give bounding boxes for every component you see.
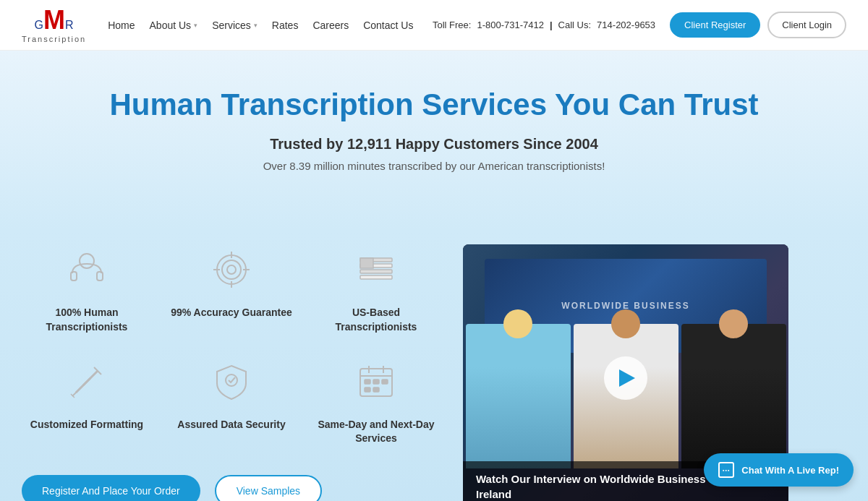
svg-point-4 <box>222 260 241 279</box>
hero-subtitle: Trusted by 12,911 Happy Customers Since … <box>22 136 846 153</box>
svg-point-0 <box>80 254 94 268</box>
header-buttons: Client Register Client Login <box>670 12 846 38</box>
feature-human: 100% Human Transcriptionists <box>22 244 152 334</box>
nav-rates[interactable]: Rates <box>272 16 299 35</box>
hero-description: Over 8.39 million minutes transcribed by… <box>22 160 846 172</box>
feature-sameday-label: Same-Day and Next-Day Services <box>311 418 441 446</box>
nav-about[interactable]: About Us ▾ <box>150 16 198 35</box>
feature-human-label: 100% Human Transcriptionists <box>22 306 152 334</box>
features-left: 100% Human Transcriptionists <box>22 244 441 501</box>
toll-free-number[interactable]: 1-800-731-7412 <box>477 20 544 30</box>
view-samples-button[interactable]: View Samples <box>215 475 322 501</box>
logo-g: G <box>35 19 43 31</box>
chat-label: Chat With A Live Rep! <box>741 465 839 476</box>
feature-security-label: Assured Data Security <box>177 418 285 432</box>
feature-us-label: US-Based Transcriptionists <box>311 306 441 334</box>
call-us-label: Call Us: <box>558 20 592 30</box>
hero-title: Human Transcription Services You Can Tru… <box>22 87 846 123</box>
nav-contact[interactable]: Contact Us <box>363 16 413 35</box>
logo[interactable]: GMR Transcription <box>22 7 86 43</box>
play-button[interactable] <box>604 356 647 400</box>
svg-rect-14 <box>360 258 373 268</box>
svg-rect-26 <box>365 380 370 384</box>
toll-free-label: Toll Free: <box>433 20 471 30</box>
feature-accuracy: 99% Accuracy Guarantee <box>166 244 297 334</box>
services-chevron-icon: ▾ <box>254 22 258 29</box>
svg-rect-29 <box>365 387 370 392</box>
feature-security: Assured Data Security <box>166 356 297 446</box>
nav-careers[interactable]: Careers <box>312 16 349 35</box>
feature-accuracy-label: 99% Accuracy Guarantee <box>171 306 292 320</box>
feature-formatting-label: Customized Formatting <box>30 418 143 432</box>
person-left <box>466 324 571 468</box>
client-register-button[interactable]: Client Register <box>670 12 760 38</box>
svg-rect-30 <box>373 387 379 392</box>
header: GMR Transcription Home About Us ▾ Servic… <box>0 0 868 51</box>
hero-section: Human Transcription Services You Can Tru… <box>0 51 868 230</box>
divider: | <box>550 20 553 30</box>
svg-rect-1 <box>71 272 77 281</box>
shield-icon <box>206 356 257 407</box>
chat-widget[interactable]: Chat With A Live Rep! <box>704 453 854 487</box>
main-nav: Home About Us ▾ Services ▾ Rates Careers… <box>108 16 433 35</box>
client-login-button[interactable]: Client Login <box>767 12 846 38</box>
svg-point-21 <box>226 374 237 386</box>
register-order-button[interactable]: Register And Place Your Order <box>22 475 200 501</box>
svg-rect-2 <box>97 272 103 281</box>
target-icon <box>206 244 257 295</box>
calendar-icon <box>351 356 401 407</box>
call-us-number[interactable]: 714-202-9653 <box>597 20 655 30</box>
feature-sameday: Same-Day and Next-Day Services <box>311 356 441 446</box>
contact-info: Toll Free: 1-800-731-7412 | Call Us: 714… <box>433 20 655 30</box>
svg-rect-28 <box>382 380 388 384</box>
chat-icon <box>718 462 734 478</box>
nav-home[interactable]: Home <box>108 16 135 35</box>
about-chevron-icon: ▾ <box>194 22 197 29</box>
svg-rect-13 <box>360 275 392 279</box>
nav-services[interactable]: Services ▾ <box>212 16 258 35</box>
headset-icon <box>61 244 112 295</box>
person-right <box>681 324 786 468</box>
cta-buttons: Register And Place Your Order View Sampl… <box>22 475 441 501</box>
logo-tagline: Transcription <box>22 35 86 43</box>
list-icon <box>351 244 401 295</box>
svg-point-5 <box>227 265 236 274</box>
features-grid: 100% Human Transcriptionists <box>22 244 441 445</box>
logo-m: M <box>43 5 65 35</box>
feature-us-based: US-Based Transcriptionists <box>311 244 441 334</box>
svg-line-19 <box>83 378 90 385</box>
logo-r: R <box>65 19 74 31</box>
pen-icon <box>61 356 112 407</box>
svg-rect-27 <box>373 380 379 384</box>
feature-formatting: Customized Formatting <box>22 356 152 446</box>
svg-rect-12 <box>360 270 392 273</box>
